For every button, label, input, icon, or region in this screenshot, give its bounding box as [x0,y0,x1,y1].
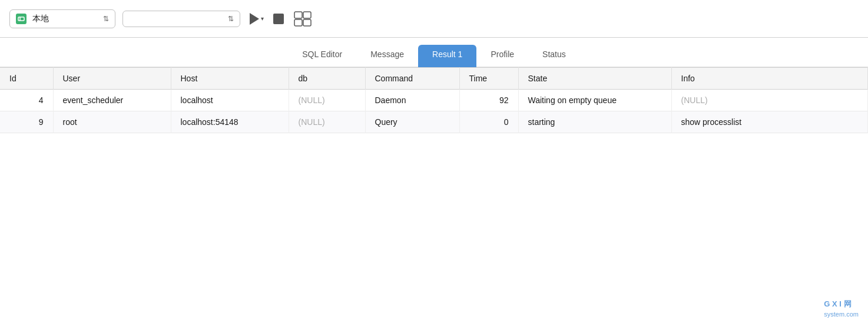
cell-command: Query [365,111,459,133]
tab-profile[interactable]: Profile [476,45,528,67]
play-dropdown-icon: ▾ [261,15,264,22]
table-row[interactable]: 9 root localhost:54148 (NULL) Query 0 st… [0,111,868,133]
explain-icon [293,11,312,27]
cell-id: 4 [0,90,53,111]
stop-button[interactable] [273,14,284,24]
svg-rect-2 [294,12,302,18]
tab-sql-editor[interactable]: SQL Editor [288,45,356,67]
tab-message[interactable]: Message [356,45,418,67]
cell-command: Daemon [365,90,459,111]
tabs-bar: SQL Editor Message Result 1 Profile Stat… [0,38,868,67]
svg-rect-4 [294,19,302,26]
results-table: Id User Host db Command Time State Info … [0,67,868,133]
cell-state: starting [518,111,671,133]
cell-db: (NULL) [289,90,365,111]
cell-info: (NULL) [671,90,868,111]
cell-user: event_scheduler [53,90,171,111]
run-button[interactable]: ▾ [247,11,266,27]
col-header-time: Time [459,68,518,90]
chevron-updown-icon: ⇅ [103,15,109,23]
results-table-container[interactable]: Id User Host db Command Time State Info … [0,67,868,323]
col-header-state: State [518,68,671,90]
cell-info: show processlist [671,111,868,133]
query-chevron-icon: ⇅ [228,15,234,23]
tab-result1[interactable]: Result 1 [418,45,476,67]
col-header-id: Id [0,68,53,90]
cell-time: 92 [459,90,518,111]
cell-time: 0 [459,111,518,133]
watermark: G X I 网system.com [824,299,859,318]
cell-user: root [53,111,171,133]
query-selector[interactable]: ⇅ [122,11,240,27]
main-content: SQL Editor Message Result 1 Profile Stat… [0,38,868,323]
connection-icon [16,14,26,24]
tab-status[interactable]: Status [528,45,580,67]
col-header-command: Command [365,68,459,90]
cell-host: localhost:54148 [171,111,289,133]
explain-button[interactable] [291,8,314,29]
cell-id: 9 [0,111,53,133]
cell-host: localhost [171,90,289,111]
col-header-db: db [289,68,365,90]
table-header-row: Id User Host db Command Time State Info [0,68,868,90]
svg-rect-3 [303,12,311,18]
toolbar: 本地 ⇅ ⇅ ▾ [0,0,868,38]
cell-state: Waiting on empty queue [518,90,671,111]
cell-db: (NULL) [289,111,365,133]
col-header-user: User [53,68,171,90]
table-row[interactable]: 4 event_scheduler localhost (NULL) Daemo… [0,90,868,111]
play-icon [250,13,259,25]
svg-rect-0 [18,17,24,21]
svg-rect-5 [303,19,311,26]
col-header-host: Host [171,68,289,90]
connection-selector[interactable]: 本地 ⇅ [9,9,115,28]
col-header-info: Info [671,68,868,90]
connection-label: 本地 [32,14,100,24]
